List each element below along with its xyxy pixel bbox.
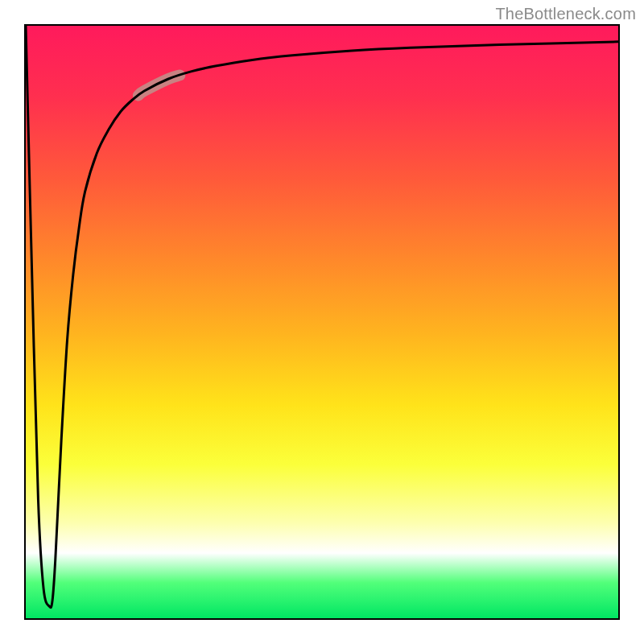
chart-root: TheBottleneck.com bbox=[0, 0, 644, 644]
highlight-segment bbox=[138, 75, 180, 95]
attribution-text: TheBottleneck.com bbox=[495, 5, 636, 23]
bottleneck-curve bbox=[26, 26, 618, 608]
plot-area bbox=[24, 24, 620, 620]
curve-layer bbox=[26, 26, 618, 618]
